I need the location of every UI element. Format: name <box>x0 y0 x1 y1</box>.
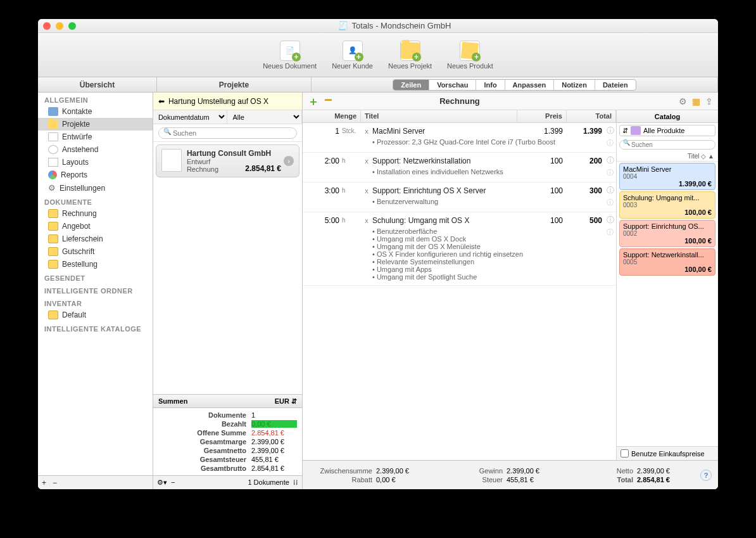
sidebar-item-reports[interactable]: Reports <box>38 169 153 181</box>
tab-vorschau[interactable]: Vorschau <box>429 80 476 90</box>
sidebar-item-einstellungen[interactable]: ⚙Einstellungen <box>38 181 153 195</box>
gear-icon: ⚙ <box>48 183 56 193</box>
main-header: Zeilen Vorschau Info Anpassen Notizen Da… <box>312 77 718 92</box>
invoice-line[interactable]: 1Stck.xMacMini Server1.3991.399ⓘ Prozess… <box>303 123 616 153</box>
sidebar-item-default[interactable]: Default <box>38 309 153 321</box>
use-purchase-prices-checkbox[interactable] <box>621 449 629 458</box>
help-button[interactable]: ? <box>700 470 712 481</box>
gear-icon[interactable]: ⚙ <box>679 96 687 106</box>
view-segmented-control: Zeilen Vorschau Info Anpassen Notizen Da… <box>393 79 636 91</box>
projects-column: ⬅Hartung Umstellung auf OS X Dokumentdat… <box>153 93 303 489</box>
sidebar-item-anstehend[interactable]: Anstehend <box>38 143 153 156</box>
sidebar-item-kontakte[interactable]: Kontakte <box>38 105 153 118</box>
contacts-icon <box>48 107 58 116</box>
window-title: Totals - Mondschein GmbH <box>352 21 451 30</box>
remove-button[interactable]: − <box>171 478 175 486</box>
sum-currency[interactable]: EUR ⇵ <box>275 397 297 406</box>
invoice-line[interactable]: 5:00hxSchulung: Umgang mit OS X100500ⓘ B… <box>303 212 616 286</box>
projects-header: Projekte <box>157 77 312 92</box>
document-title: Rechnung <box>303 96 617 106</box>
sidebar-item-bestellung[interactable]: Bestellung <box>38 258 153 271</box>
sidebar-footer: + − <box>38 475 153 489</box>
project-card[interactable]: Hartung Consult GmbH Entwurf Rechnung 2.… <box>156 144 299 177</box>
offer-icon <box>48 222 58 231</box>
catalog-header: Catalog <box>617 110 718 123</box>
section-dokumente: DOKUMENTE <box>38 195 153 207</box>
section-allgemein: ALLGEMEIN <box>38 93 153 105</box>
use-purchase-prices-label: Benutze Einkaufspreise <box>631 450 705 458</box>
section-intelligente-ordner: INTELLIGENTE ORDNER <box>38 283 153 296</box>
catalog-item[interactable]: MacMini Server00041.399,00 € <box>619 163 715 190</box>
sum-title: Summen <box>158 397 187 405</box>
folder-icon <box>48 120 58 129</box>
date-filter-select[interactable]: Dokumentdatum <box>153 110 228 124</box>
window-controls <box>43 22 76 30</box>
minimize-icon[interactable] <box>56 22 63 30</box>
col-titel[interactable]: Titel <box>361 110 517 122</box>
columns-header: Übersicht Projekte Zeilen Vorschau Info … <box>38 77 718 93</box>
catalog-sort[interactable]: Titel ◇ ▲ <box>617 151 718 162</box>
grid-icon[interactable]: ▦ <box>692 96 700 106</box>
tab-anpassen[interactable]: Anpassen <box>505 80 555 90</box>
grip-icon[interactable]: ⁞⁞ <box>293 478 298 486</box>
invoice-line[interactable]: 2:00hxSupport: Netzwerkinstallation10020… <box>303 153 616 183</box>
gear-button[interactable]: ⚙▾ <box>157 478 167 486</box>
new-product-button[interactable]: +Neues Produkt <box>447 41 493 70</box>
new-customer-button[interactable]: 👤+Neuer Kunde <box>332 41 373 70</box>
new-document-button[interactable]: 📄+Neues Dokument <box>263 41 317 70</box>
invoice-footer: Zwischensumme2.399,00 € Rabatt0,00 € Gew… <box>303 460 718 489</box>
main-area: ＋ − Rechnung ⚙ ▦ ⇪ Menge Titel Preis Tot… <box>303 93 718 489</box>
catalog-search-input[interactable] <box>619 140 715 150</box>
zoom-icon[interactable] <box>68 22 76 30</box>
sidebar-item-angebot[interactable]: Angebot <box>38 220 153 233</box>
order-icon <box>48 260 58 269</box>
catalog-item[interactable]: Support: Einrichtung OS...0002100,00 € <box>619 220 715 247</box>
doc-count: 1 Dokumente <box>248 478 289 486</box>
plus-icon: + <box>355 53 363 61</box>
layout-icon <box>48 158 58 167</box>
all-filter-select[interactable]: Alle <box>227 110 302 124</box>
section-gesendet: GESENDET <box>38 271 153 283</box>
col-preis[interactable]: Preis <box>517 110 567 122</box>
tab-notizen[interactable]: Notizen <box>554 80 595 90</box>
clock-icon <box>48 145 58 154</box>
catalog-item[interactable]: Schulung: Umgang mit...0003100,00 € <box>619 191 715 219</box>
sidebar-item-entwuerfe[interactable]: Entwürfe <box>38 131 153 143</box>
project-breadcrumb[interactable]: ⬅Hartung Umstellung auf OS X <box>153 93 302 110</box>
catalog-panel: Catalog ⇵Alle Produkte Titel ◇ ▲ MacMini… <box>617 110 718 460</box>
sidebar-item-gutschrift[interactable]: Gutschrift <box>38 245 153 258</box>
catalog-icon <box>631 126 641 135</box>
sidebar-item-rechnung[interactable]: Rechnung <box>38 207 153 220</box>
sidebar-item-lieferschein[interactable]: Lieferschein <box>38 233 153 245</box>
plus-icon: + <box>292 53 301 61</box>
new-project-button[interactable]: +Neues Projekt <box>388 41 432 70</box>
document-icon <box>161 149 182 172</box>
piechart-icon <box>48 170 57 179</box>
tab-info[interactable]: Info <box>476 80 505 90</box>
plus-icon: + <box>412 53 421 61</box>
col-menge[interactable]: Menge <box>303 110 361 122</box>
project-search-input[interactable] <box>158 127 297 139</box>
share-icon[interactable]: ⇪ <box>705 96 713 106</box>
close-icon[interactable] <box>43 22 51 30</box>
add-button[interactable]: + <box>42 478 46 487</box>
sidebar-item-layouts[interactable]: Layouts <box>38 156 153 169</box>
remove-button[interactable]: − <box>53 478 57 487</box>
sidebar-item-projekte[interactable]: Projekte <box>38 118 153 131</box>
tab-dateien[interactable]: Dateien <box>595 80 636 90</box>
document-icon <box>48 132 58 141</box>
tab-zeilen[interactable]: Zeilen <box>393 80 429 90</box>
col-total[interactable]: Total <box>567 110 616 122</box>
catalog-item[interactable]: Support: Netzwerkinstall...0005100,00 € <box>619 248 715 276</box>
invoice-icon <box>48 209 58 218</box>
section-intelligente-kataloge: INTELLIGENTE KATALOGE <box>38 321 153 334</box>
plus-icon: + <box>472 53 481 61</box>
sidebar: ALLGEMEIN Kontakte Projekte Entwürfe Ans… <box>38 93 153 489</box>
sidebar-header: Übersicht <box>38 77 157 92</box>
delivery-icon <box>48 234 58 243</box>
invoice-line[interactable]: 3:00hxSupport: Einrichtung OS X Server10… <box>303 183 616 212</box>
back-arrow-icon: ⬅ <box>158 97 165 106</box>
go-arrow-icon[interactable]: › <box>284 156 294 166</box>
credit-icon <box>48 247 58 256</box>
catalog-filter-select[interactable]: ⇵Alle Produkte <box>619 125 715 136</box>
